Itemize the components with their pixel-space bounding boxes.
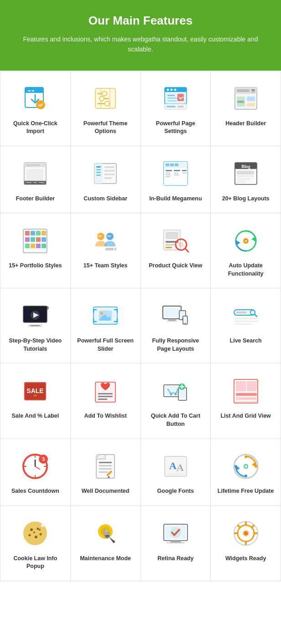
quick-view-icon bbox=[161, 226, 190, 256]
svg-rect-45 bbox=[39, 182, 44, 183]
svg-point-197 bbox=[35, 536, 37, 538]
svg-rect-33 bbox=[247, 103, 255, 107]
widgets-icon bbox=[231, 519, 260, 548]
video-tutorials-icon bbox=[21, 301, 50, 331]
svg-point-190 bbox=[245, 475, 247, 477]
responsive-icon bbox=[161, 301, 190, 331]
feature-cell-20-blog-layouts: Blog 20+ Blog Layouts bbox=[211, 146, 281, 214]
feature-cell-maintenance-mode: $ Maintenance Mode bbox=[71, 506, 141, 581]
svg-rect-136 bbox=[234, 318, 258, 319]
svg-rect-64 bbox=[182, 170, 187, 171]
svg-point-152 bbox=[175, 394, 177, 395]
svg-rect-19 bbox=[167, 95, 175, 96]
retina-icon bbox=[161, 519, 190, 548]
feature-cell-powerful-theme-options: Powerful Theme Options bbox=[71, 71, 141, 146]
team-icon bbox=[91, 226, 120, 256]
svg-text:A: A bbox=[177, 462, 184, 473]
svg-rect-182 bbox=[167, 474, 185, 475]
custom-sidebar-icon bbox=[91, 159, 120, 189]
svg-point-187 bbox=[245, 465, 247, 468]
svg-rect-20 bbox=[167, 97, 178, 99]
svg-rect-29 bbox=[251, 89, 255, 91]
svg-point-4 bbox=[36, 100, 45, 109]
svg-rect-84 bbox=[31, 237, 35, 242]
svg-rect-216 bbox=[254, 532, 258, 534]
svg-rect-86 bbox=[42, 237, 46, 242]
svg-rect-123 bbox=[165, 308, 179, 317]
feature-cell-live-search: Live Search bbox=[211, 288, 281, 363]
lifetime-update-icon bbox=[231, 451, 260, 481]
svg-rect-30 bbox=[251, 91, 255, 92]
svg-rect-54 bbox=[104, 174, 114, 175]
svg-rect-146 bbox=[98, 399, 107, 400]
maintenance-icon: $ bbox=[91, 519, 120, 548]
feature-cell-list-grid-view: List And Grid View bbox=[211, 363, 281, 439]
svg-point-200 bbox=[39, 529, 41, 531]
svg-point-104 bbox=[178, 242, 184, 247]
header-title: Our Main Features bbox=[18, 14, 263, 28]
full-screen-slider-icon bbox=[91, 301, 120, 331]
feature-cell-quick-add-cart: Quick Add To Cart Button bbox=[141, 363, 211, 439]
header-subtitle: Features and inclusions, which makes web… bbox=[18, 34, 263, 55]
svg-rect-100 bbox=[166, 244, 175, 245]
add-to-cart-icon bbox=[161, 376, 190, 406]
svg-rect-75 bbox=[237, 175, 254, 177]
feature-label-cookie-popup: Cookie Law Info Popup bbox=[5, 555, 66, 571]
feature-cell-full-screen-slider: Powerful Full Screen Slider bbox=[71, 288, 141, 363]
features-grid: Quick One-Click Import Powerful Theme Op… bbox=[0, 71, 281, 581]
feature-label-well-documented: Well Documented bbox=[82, 487, 130, 496]
svg-text:%: % bbox=[34, 394, 37, 398]
svg-rect-130 bbox=[184, 317, 187, 322]
svg-rect-51 bbox=[96, 174, 101, 176]
feature-label-add-to-wishlist: Add To Wishlist bbox=[84, 412, 126, 420]
google-fonts-icon: A A bbox=[161, 451, 190, 481]
feature-label-retina-ready: Retina Ready bbox=[157, 555, 193, 563]
feature-cell-sale-label: SALE % Sale And % Label bbox=[0, 363, 71, 439]
svg-rect-161 bbox=[236, 401, 257, 402]
svg-rect-144 bbox=[98, 393, 113, 394]
header-builder-icon: IMG bbox=[231, 84, 260, 113]
svg-point-191 bbox=[234, 465, 237, 468]
feature-cell-15-team-styles: 15+ Team Styles bbox=[71, 213, 141, 288]
svg-line-103 bbox=[185, 249, 188, 252]
svg-rect-125 bbox=[167, 321, 177, 322]
feature-cell-retina-ready: Retina Ready bbox=[141, 506, 211, 581]
feature-cell-footer-builder: Footer Builder bbox=[0, 146, 71, 214]
feature-cell-auto-update: Auto Update Functionality bbox=[211, 213, 281, 288]
svg-rect-85 bbox=[36, 237, 41, 242]
footer-builder-icon bbox=[21, 159, 50, 189]
svg-point-194 bbox=[30, 528, 33, 531]
svg-rect-77 bbox=[237, 181, 246, 183]
svg-rect-65 bbox=[166, 173, 170, 174]
svg-rect-38 bbox=[26, 169, 43, 181]
svg-point-189 bbox=[255, 465, 257, 468]
documented-icon bbox=[91, 451, 120, 481]
sale-label-icon: SALE % bbox=[21, 376, 50, 406]
svg-point-131 bbox=[184, 322, 186, 324]
svg-rect-74 bbox=[237, 171, 254, 174]
feature-label-fully-responsive: Fully Responsive Page Layouts bbox=[146, 337, 206, 353]
feature-cell-quick-one-click-import: Quick One-Click Import bbox=[0, 71, 71, 146]
feature-cell-in-build-megamenu: In-Build Megamenu bbox=[141, 146, 211, 214]
feature-cell-lifetime-free-update: Lifetime Free Update bbox=[211, 439, 281, 506]
svg-rect-209 bbox=[170, 541, 181, 542]
feature-cell-widgets-ready: Widgets Ready bbox=[211, 506, 281, 581]
feature-cell-product-quick-view: Product Quick View bbox=[141, 213, 211, 288]
svg-point-119 bbox=[100, 312, 103, 315]
portfolio-icon bbox=[21, 226, 50, 256]
svg-marker-107 bbox=[236, 240, 240, 245]
svg-point-198 bbox=[40, 533, 42, 536]
svg-rect-157 bbox=[236, 381, 246, 391]
feature-label-maintenance-mode: Maintenance Mode bbox=[80, 555, 131, 563]
svg-rect-210 bbox=[167, 542, 185, 543]
svg-rect-32 bbox=[247, 97, 255, 101]
wishlist-icon bbox=[91, 376, 120, 406]
list-grid-icon bbox=[231, 376, 260, 406]
svg-text:A: A bbox=[169, 460, 177, 471]
svg-rect-43 bbox=[26, 182, 31, 183]
svg-rect-60 bbox=[175, 164, 178, 166]
feature-cell-cookie-popup: Cookie Law Info Popup bbox=[0, 506, 71, 581]
feature-label-header-builder: Header Builder bbox=[225, 120, 266, 128]
feature-label-list-grid-view: List And Grid View bbox=[220, 412, 271, 420]
svg-text:IMG: IMG bbox=[237, 100, 244, 104]
